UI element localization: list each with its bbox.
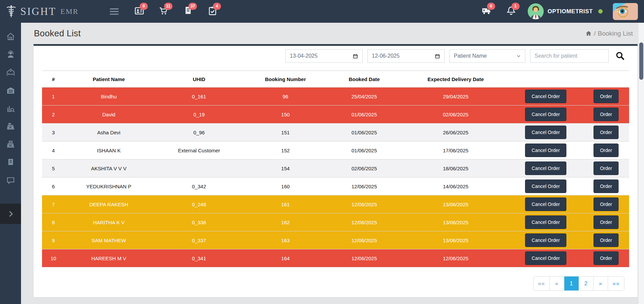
pagination-item[interactable]: «« [534,277,550,290]
scrollbar-thumb[interactable] [639,42,643,80]
brand-logo[interactable]: SIGHT EMR [5,5,79,18]
cell-booking-number: 154 [245,166,326,171]
filter-bar: 13-04-2025 12-06-2025 Patient Name [42,49,629,63]
cell-cancel: Cancel Order [508,179,583,193]
id-card-nav-button[interactable]: 0 [134,6,146,17]
sidebar-item-analytics-search[interactable] [0,99,21,117]
cell-cancel: Cancel Order [508,215,583,229]
sidebar-item-cash-register[interactable] [0,117,21,135]
cell-uhid: 0_342 [153,184,245,189]
cell-row-number: 2 [42,112,65,117]
sidebar-item-home[interactable] [0,27,21,45]
top-navbar: SIGHT EMR 011374 01 OPTIOMETRIST [0,0,644,23]
order-button[interactable]: Order [593,108,619,121]
column-header: UHID [153,76,245,82]
home-icon [6,32,15,41]
profile-photo[interactable] [613,3,638,20]
cancel-order-button[interactable]: Cancel Order [525,197,566,211]
cancel-order-button[interactable]: Cancel Order [525,179,566,193]
pagination-item[interactable]: » [593,277,608,290]
cancel-order-button[interactable]: Cancel Order [525,215,566,229]
page-scrollbar[interactable] [639,23,644,304]
order-button[interactable]: Order [593,144,619,157]
avatar [528,3,544,19]
cell-row-number: 5 [42,166,65,171]
cancel-order-button[interactable]: Cancel Order [525,108,566,121]
notification-badge: 0 [140,3,148,10]
order-button[interactable]: Order [593,90,619,103]
cancel-order-button[interactable]: Cancel Order [525,126,566,139]
cell-booking-number: 161 [245,202,326,207]
cell-uhid: 0_96 [153,130,245,135]
cell-row-number: 9 [42,238,65,243]
date-to-input[interactable]: 12-06-2025 [367,49,445,63]
order-button[interactable]: Order [593,233,619,247]
sidebar-item-cash-register-alt[interactable] [0,135,21,153]
pagination-item[interactable]: 2 [579,277,593,290]
column-header: Booked Date [326,76,403,82]
cell-booking-number: 152 [245,148,326,153]
breadcrumb-separator: / [594,30,596,37]
date-from-input[interactable]: 13-04-2025 [285,49,363,63]
ambulance-nav-button[interactable]: 0 [482,6,493,17]
clipboard-check-nav-button[interactable]: 4 [207,6,219,17]
order-button[interactable]: Order [593,179,619,193]
cell-patient-name: HARITHA K V [65,220,153,225]
receipt-nav-button[interactable]: 37 [183,6,195,17]
sidebar-expand-button[interactable] [0,204,21,224]
cell-booking-number: 164 [245,255,326,261]
cancel-order-button[interactable]: Cancel Order [525,251,566,265]
cart-nav-button[interactable]: 11 [159,6,170,17]
cell-patient-name: YEDUKRISHNAN P [65,184,153,189]
pagination-item[interactable]: « [550,277,564,290]
cell-uhid: 0_336 [153,220,245,225]
pagination-item[interactable]: »» [608,277,624,290]
sidebar-item-warehouse[interactable] [0,81,21,99]
breadcrumb[interactable]: / Booking List [585,30,633,37]
order-button[interactable]: Order [593,215,619,229]
cancel-order-button[interactable]: Cancel Order [525,162,566,175]
cell-expected-delivery-date: 26/06/2025 [403,130,508,135]
order-button[interactable]: Order [593,126,619,139]
sidebar-item-chat[interactable] [0,171,21,189]
sidebar-item-patient[interactable] [0,45,21,63]
cell-booking-number: 160 [245,184,326,189]
booked-list-card: 13-04-2025 12-06-2025 Patient Name [34,44,638,297]
user-menu[interactable]: OPTIOMETRIST [528,3,603,19]
sidebar-item-hospital-bed[interactable] [0,63,21,81]
cell-row-number: 6 [42,184,65,189]
cell-order: Order [583,197,629,211]
navbar-icon-group: 011374 [134,6,219,17]
cell-expected-delivery-date: 02/06/2025 [403,112,508,117]
patient-search-field[interactable] [530,49,609,63]
cell-cancel: Cancel Order [508,197,583,211]
date-from-value: 13-04-2025 [290,53,318,59]
calendar-icon[interactable] [353,53,358,59]
cell-expected-delivery-date: 13/06/2025 [403,238,508,243]
cell-uhid: 0_248 [153,202,245,207]
calendar-icon[interactable] [435,53,440,59]
search-by-select[interactable]: Patient Name [449,49,525,63]
cell-booking-number: 162 [245,220,326,225]
cell-row-number: 8 [42,220,65,225]
pagination-item[interactable]: 1 [564,277,579,290]
search-input[interactable] [535,53,604,59]
brand-name: SIGHT [20,5,56,18]
order-button[interactable]: Order [593,197,619,211]
cell-booked-date: 01/06/2025 [326,148,403,153]
cancel-order-button[interactable]: Cancel Order [525,90,566,103]
order-button[interactable]: Order [593,162,619,175]
order-button[interactable]: Order [593,251,619,265]
search-button[interactable] [613,49,627,63]
cancel-order-button[interactable]: Cancel Order [525,233,566,247]
cell-row-number: 7 [42,202,65,207]
notification-badge: 37 [188,3,197,10]
notification-badge: 11 [164,3,173,10]
sidebar-item-billing-receipt[interactable] [0,153,21,171]
cash-register-icon [6,122,15,131]
hamburger-menu-icon[interactable] [108,6,120,17]
cell-uhid: 0_337 [153,238,245,243]
cancel-order-button[interactable]: Cancel Order [525,144,566,157]
bell-nav-button[interactable]: 1 [506,6,518,17]
date-to-value: 12-06-2025 [372,53,400,59]
